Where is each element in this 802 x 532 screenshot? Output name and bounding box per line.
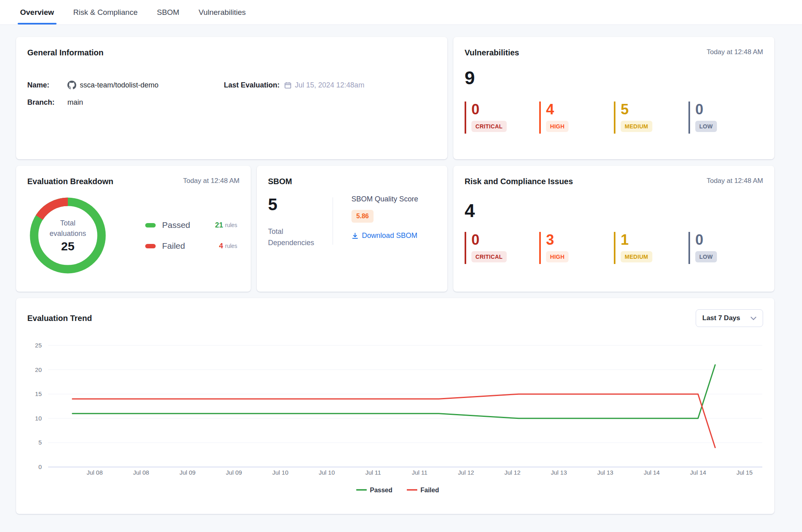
severity-low: 0LOW <box>688 232 763 264</box>
legend-unit: rules <box>225 243 237 249</box>
severity-count: 4 <box>546 102 614 117</box>
x-tick-label: Jul 15 <box>737 469 753 476</box>
y-tick-label: 10 <box>35 415 42 422</box>
divider <box>333 197 333 245</box>
vulnerabilities-total: 9 <box>465 67 763 89</box>
sbom-total-label-2: Dependencies <box>268 238 314 249</box>
x-tick-label: Jul 08 <box>87 469 103 476</box>
x-tick-label: Jul 10 <box>272 469 288 476</box>
x-tick-label: Jul 14 <box>690 469 706 476</box>
risk-compliance-title: Risk and Compliance Issues <box>465 177 573 186</box>
severity-count: 0 <box>695 102 763 117</box>
x-tick-label: Jul 09 <box>179 469 195 476</box>
x-tick-label: Jul 08 <box>133 469 149 476</box>
download-sbom-link[interactable]: Download SBOM <box>351 231 417 240</box>
vulnerabilities-title: Vulnerabilities <box>465 48 519 57</box>
evaluation-breakdown-timestamp: Today at 12:48 AM <box>183 177 240 185</box>
date-range-value: Last 7 Days <box>703 314 741 322</box>
severity-badge: LOW <box>695 121 717 132</box>
severity-count: 3 <box>546 233 614 247</box>
calendar-icon <box>284 81 292 89</box>
branch-label: Branch: <box>27 98 67 107</box>
x-tick-label: Jul 11 <box>365 469 381 476</box>
x-tick-label: Jul 13 <box>551 469 567 476</box>
y-tick-label: 15 <box>35 390 42 397</box>
tab-risk-compliance[interactable]: Risk & Compliance <box>73 0 139 24</box>
breakdown-legend-failed: Failed4rules <box>145 241 237 251</box>
severity-high: 3HIGH <box>539 232 614 264</box>
tab-sbom[interactable]: SBOM <box>156 0 180 24</box>
dashboard: General Information Name: ssca-team/todo… <box>0 25 802 522</box>
legend-label: Passed <box>162 220 209 230</box>
severity-count: 0 <box>695 233 763 247</box>
last-evaluation-label: Last Evaluation: <box>224 81 284 89</box>
risk-compliance-severity-row: 0CRITICAL3HIGH1MEDIUM0LOW <box>465 232 763 264</box>
severity-badge: LOW <box>695 251 717 262</box>
date-range-select[interactable]: Last 7 Days <box>696 309 763 327</box>
severity-badge: HIGH <box>546 121 569 132</box>
chart-legend-label-failed: Failed <box>420 487 439 493</box>
severity-medium: 1MEDIUM <box>614 232 688 264</box>
severity-badge: HIGH <box>546 251 569 262</box>
y-tick-label: 20 <box>35 366 42 373</box>
severity-count: 0 <box>471 102 539 117</box>
severity-high: 4HIGH <box>539 102 614 134</box>
tab-vulnerabilities[interactable]: Vulnerabilities <box>198 0 247 24</box>
severity-critical: 0CRITICAL <box>465 102 539 134</box>
card-general-information: General Information Name: ssca-team/todo… <box>16 37 447 159</box>
breakdown-legend: Passed21rulesFailed4rules <box>145 220 237 251</box>
sbom-quality-score-label: SBOM Quality Score <box>351 195 418 203</box>
sbom-title: SBOM <box>268 177 292 186</box>
donut-center-label-2: evaluations <box>49 228 86 239</box>
chart-legend-label-passed: Passed <box>370 487 392 493</box>
card-vulnerabilities: Vulnerabilities Today at 12:48 AM 9 0CRI… <box>453 37 774 159</box>
x-tick-label: Jul 12 <box>504 469 520 476</box>
severity-low: 0LOW <box>688 102 763 134</box>
legend-pill <box>145 244 156 248</box>
trend-line-failed <box>73 394 715 447</box>
legend-pill <box>145 223 156 227</box>
general-information-title: General Information <box>27 48 104 57</box>
card-risk-compliance: Risk and Compliance Issues Today at 12:4… <box>453 166 774 292</box>
name-label: Name: <box>27 81 67 89</box>
y-tick-label: 5 <box>39 439 42 446</box>
risk-compliance-total: 4 <box>465 200 763 221</box>
download-sbom-label: Download SBOM <box>362 231 417 240</box>
trend-line-passed <box>73 365 715 418</box>
severity-count: 5 <box>621 102 688 117</box>
x-tick-label: Jul 14 <box>644 469 660 476</box>
card-evaluation-breakdown: Evaluation Breakdown Today at 12:48 AM T… <box>16 166 251 292</box>
card-evaluation-trend: Evaluation Trend Last 7 Days 0510152025J… <box>16 298 774 514</box>
last-evaluation-value: Jul 15, 2024 12:48am <box>295 81 364 89</box>
sbom-quality-score-value: 5.86 <box>351 210 374 223</box>
legend-label: Failed <box>162 241 209 251</box>
severity-badge: CRITICAL <box>471 121 507 132</box>
severity-count: 0 <box>471 233 539 247</box>
vulnerabilities-severity-row: 0CRITICAL4HIGH5MEDIUM0LOW <box>465 102 763 134</box>
x-tick-label: Jul 10 <box>319 469 335 476</box>
repo-name: ssca-team/todolist-demo <box>80 81 158 89</box>
y-tick-label: 25 <box>35 342 42 349</box>
sbom-total-dependencies: 5 <box>268 195 314 214</box>
evaluation-breakdown-title: Evaluation Breakdown <box>27 177 114 186</box>
severity-critical: 0CRITICAL <box>465 232 539 264</box>
y-tick-label: 0 <box>39 463 42 470</box>
x-tick-label: Jul 12 <box>458 469 474 476</box>
legend-count: 21 <box>209 221 223 229</box>
x-tick-label: Jul 09 <box>226 469 242 476</box>
severity-medium: 5MEDIUM <box>614 102 688 134</box>
branch-value: main <box>67 98 83 107</box>
severity-count: 1 <box>621 233 688 247</box>
download-icon <box>351 232 359 240</box>
vulnerabilities-timestamp: Today at 12:48 AM <box>707 48 763 56</box>
evaluation-trend-title: Evaluation Trend <box>27 314 92 323</box>
donut-chart: Total evaluations 25 <box>26 193 110 278</box>
legend-unit: rules <box>225 222 237 228</box>
card-sbom: SBOM 5 Total Dependencies SBOM Quality S… <box>257 166 447 292</box>
chevron-down-icon <box>751 317 756 320</box>
sbom-total-label-1: Total <box>268 226 314 238</box>
legend-count: 4 <box>209 242 223 250</box>
donut-center-label-1: Total <box>49 218 86 228</box>
breakdown-legend-passed: Passed21rules <box>145 220 237 230</box>
tab-overview[interactable]: Overview <box>19 0 55 24</box>
